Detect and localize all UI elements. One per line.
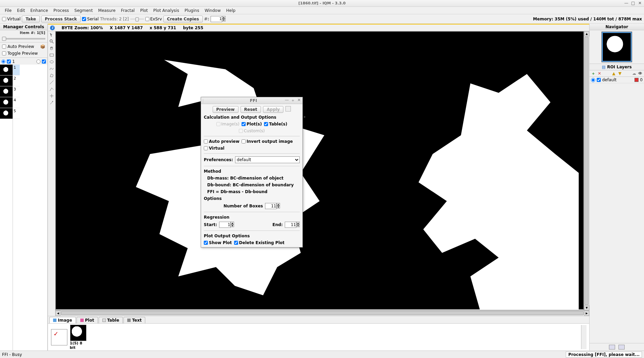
strip-options[interactable] (51, 329, 68, 345)
thumbnail-index-1[interactable]: 1 (13, 65, 20, 75)
num-boxes-spinner[interactable]: ▲▼ (265, 203, 280, 209)
auto-preview-dlg-checkbox[interactable]: Auto preview (204, 139, 240, 144)
show-plot-checkbox[interactable]: Show Plot (204, 240, 232, 245)
images-checkbox[interactable]: Image(s) (216, 122, 240, 126)
preview-button[interactable]: Preview (213, 106, 238, 113)
menu-edit[interactable]: Edit (14, 7, 28, 14)
angle-tool-icon[interactable] (48, 86, 55, 92)
virtual-checkbox[interactable]: Virtual (2, 17, 20, 21)
nav-bottom-btn-1[interactable] (609, 345, 615, 350)
num-boxes-up-icon[interactable]: ▲ (277, 203, 280, 206)
ffi-dialog[interactable]: ⋮ FFI — ＋ ✕ ▸ Preview Reset Apply Calcul… (201, 97, 303, 248)
polygon-tool-icon[interactable] (48, 72, 55, 79)
scroll-right-icon[interactable]: ▶ (584, 311, 589, 316)
visibility-icon[interactable]: 👁 (638, 71, 643, 76)
rectangle-tool-icon[interactable] (48, 52, 55, 58)
point-tool-icon[interactable] (48, 92, 55, 99)
plots-checkbox[interactable]: Plot(s) (242, 122, 262, 126)
menu-help[interactable]: Help (224, 7, 238, 14)
strip-scrollbar[interactable] (581, 325, 587, 349)
tables-checkbox[interactable]: Table(s) (264, 122, 287, 126)
menu-enhance[interactable]: Enhance (28, 7, 51, 14)
scroll-left-icon[interactable]: ◀ (55, 311, 61, 316)
manager-check-2[interactable] (42, 59, 46, 64)
dialog-handle-icon[interactable]: ⋮ (201, 98, 204, 103)
roi-layer-default[interactable]: default 0 (590, 77, 644, 83)
close-icon[interactable]: ✕ (637, 0, 643, 6)
take-button[interactable]: Take (22, 16, 40, 22)
tab-text[interactable]: Text (123, 317, 145, 323)
menu-plot[interactable]: Plot (137, 7, 151, 14)
auto-preview-checkbox[interactable] (2, 45, 6, 49)
move-down-icon[interactable]: ▼ (617, 71, 622, 76)
maximize-icon[interactable]: □ (630, 0, 637, 6)
thumbnail-4[interactable] (0, 97, 13, 108)
add-roi-icon[interactable]: ＋ (591, 71, 596, 76)
ffi-title-bar[interactable]: ⋮ FFI — ＋ ✕ (201, 97, 302, 104)
roi-select-radio[interactable] (591, 78, 595, 82)
invert-output-checkbox[interactable]: Invert output image (242, 139, 293, 144)
manager-radio-2[interactable] (36, 59, 40, 64)
tab-plot[interactable]: Plot (77, 317, 98, 323)
image-canvas[interactable] (55, 31, 584, 310)
thumbnail-index-5[interactable]: 5 (13, 108, 20, 119)
ellipse-tool-icon[interactable] (48, 58, 55, 65)
move-up-icon[interactable]: ▲ (611, 71, 616, 76)
wand-tool-icon[interactable] (48, 99, 55, 106)
num-boxes-input[interactable] (265, 203, 277, 209)
spinner-up-icon[interactable]: ▲ (222, 16, 226, 19)
cloud-icon[interactable]: ☁ (632, 71, 637, 76)
customs-checkbox[interactable]: Custom(s) (239, 129, 265, 133)
tab-table[interactable]: Table (99, 317, 123, 323)
serial-checkbox[interactable]: Serial (82, 17, 99, 21)
thumbnail-2[interactable] (0, 75, 13, 86)
spinner-down-icon[interactable]: ▼ (222, 19, 226, 21)
copies-count-input[interactable] (211, 16, 222, 22)
dialog-minimize-icon[interactable]: — (284, 98, 290, 103)
start-spinner[interactable]: ▲▼ (219, 222, 234, 228)
scroll-up-icon[interactable]: ▲ (584, 31, 589, 36)
navigator-view[interactable] (601, 32, 632, 62)
strip-image-1[interactable]: 1(5) 8 bit (70, 325, 87, 350)
thumbnail-1[interactable] (0, 65, 13, 75)
start-down-icon[interactable]: ▼ (231, 224, 234, 227)
threads-slider[interactable] (130, 17, 144, 21)
canvas-vertical-scrollbar[interactable]: ▲ ▼ (584, 31, 589, 310)
roi-visible-checkbox[interactable] (597, 78, 601, 82)
thumbnail-index-3[interactable]: 3 (13, 86, 20, 97)
menu-segment[interactable]: Segment (72, 7, 96, 14)
zoom-tool-icon[interactable] (48, 38, 55, 45)
pointer-tool-icon[interactable] (48, 31, 55, 38)
thumbnail-index-4[interactable]: 4 (13, 97, 20, 108)
end-input[interactable] (285, 222, 296, 228)
delete-roi-icon[interactable]: ✕ (597, 71, 602, 76)
delete-existing-plot-checkbox[interactable]: Delete Existing Plot (234, 240, 285, 245)
scroll-down-icon[interactable]: ▼ (584, 305, 589, 310)
start-up-icon[interactable]: ▲ (231, 222, 234, 224)
end-up-icon[interactable]: ▲ (296, 222, 300, 224)
num-boxes-down-icon[interactable]: ▼ (277, 206, 280, 208)
exsrv-checkbox[interactable]: ExSrv (145, 17, 162, 21)
preferences-select[interactable]: default (235, 156, 300, 163)
end-spinner[interactable]: ▲▼ (285, 222, 300, 228)
toggle-preview-checkbox[interactable] (2, 51, 6, 55)
menu-fractal[interactable]: Fractal (118, 7, 137, 14)
thumbnail-5[interactable] (0, 108, 13, 119)
canvas-horizontal-scrollbar[interactable]: ◀ ▶ (55, 310, 589, 316)
menu-window[interactable]: Window (202, 7, 223, 14)
reset-button[interactable]: Reset (241, 106, 261, 113)
nav-bottom-btn-2[interactable] (618, 345, 625, 350)
virtual-dlg-checkbox[interactable]: Virtual (204, 146, 225, 151)
apply-button[interactable]: Apply (263, 106, 283, 113)
copies-count-spinner[interactable]: ▲▼ (211, 16, 226, 22)
manager-item-slider[interactable] (2, 36, 45, 41)
menu-plot-analysis[interactable]: Plot Analysis (151, 7, 182, 14)
start-input[interactable] (219, 222, 231, 228)
line-tool-icon[interactable] (48, 79, 55, 86)
menu-file[interactable]: File (2, 7, 14, 14)
menu-plugins[interactable]: Plugins (182, 7, 202, 14)
create-copies-button[interactable]: Create Copies (163, 16, 203, 22)
hand-tool-icon[interactable] (48, 45, 55, 52)
minimize-icon[interactable]: — (623, 0, 630, 6)
menu-process[interactable]: Process (51, 7, 72, 14)
